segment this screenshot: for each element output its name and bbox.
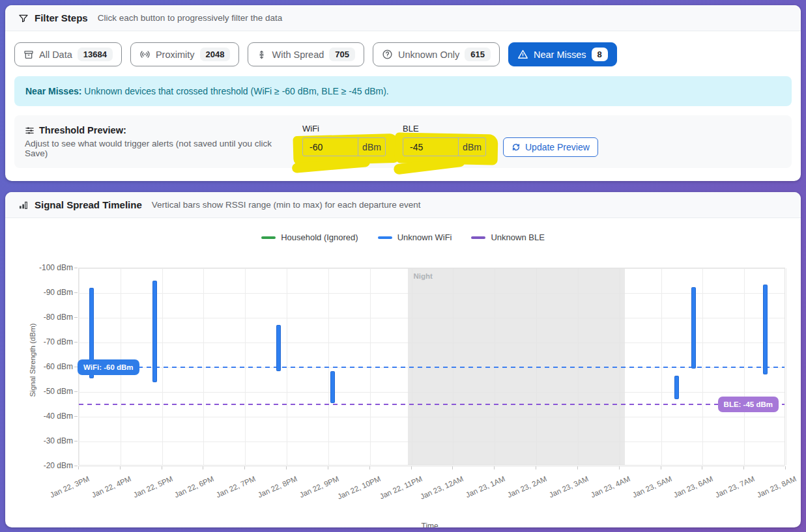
x-tick-label: Jan 22, 8PM xyxy=(257,475,298,499)
x-tick-mark xyxy=(577,466,578,469)
near-misses-button[interactable]: Near Misses 8 xyxy=(508,42,617,66)
chart-title: Signal Spread Timeline xyxy=(35,199,142,210)
gridline-v xyxy=(786,268,786,465)
threshold-title: Threshold Preview: xyxy=(39,125,126,135)
y-tick-label: -30 dBm xyxy=(25,436,73,445)
signal-bar xyxy=(691,287,696,369)
proximity-button[interactable]: Proximity 2048 xyxy=(130,42,240,66)
count-badge: 13684 xyxy=(78,48,113,61)
filter-steps-header: Filter Steps Click each button to progre… xyxy=(5,5,801,31)
legend-swatch xyxy=(261,236,276,239)
y-tick-mark xyxy=(74,391,78,392)
y-tick-mark xyxy=(74,292,78,293)
question-circle-icon xyxy=(382,49,393,60)
y-tick-label: -100 dBm xyxy=(25,263,73,272)
filter-button-label: Unknown Only xyxy=(398,49,459,60)
count-badge: 2048 xyxy=(200,48,231,61)
x-tick-mark xyxy=(702,466,702,469)
x-tick-label: Jan 22, 4PM xyxy=(91,475,132,499)
x-tick-mark xyxy=(203,466,203,469)
unknown-only-button[interactable]: Unknown Only 615 xyxy=(373,42,500,66)
wifi-input-group: dBm xyxy=(302,137,386,156)
x-tick-mark xyxy=(743,466,744,469)
update-preview-button[interactable]: Update Preview xyxy=(503,137,598,157)
threshold-preview-box: Threshold Preview: Adjust to see what wo… xyxy=(14,115,792,168)
warning-triangle-icon xyxy=(517,49,528,60)
x-tick-mark xyxy=(411,466,412,469)
y-tick-label: -50 dBm xyxy=(25,387,73,396)
wifi-field-label: WiFi xyxy=(302,124,386,133)
banner-bold-text: Near Misses: xyxy=(25,86,81,96)
update-preview-label: Update Preview xyxy=(525,142,590,152)
legend-label: Unknown WiFi xyxy=(397,232,452,242)
banner-text: Unknown devices that crossed threshold (… xyxy=(81,86,388,96)
signal-bar xyxy=(763,285,768,375)
y-tick-mark xyxy=(74,466,78,466)
x-tick-label: Jan 23, 8AM xyxy=(756,475,798,499)
gridline-h xyxy=(79,466,784,467)
count-badge: 8 xyxy=(592,48,608,61)
x-tick-mark xyxy=(369,466,370,469)
signal-bar xyxy=(276,325,281,371)
y-tick-mark xyxy=(74,317,78,318)
funnel-icon xyxy=(18,13,29,23)
x-tick-label: Jan 23, 5AM xyxy=(631,475,673,499)
x-tick-label: Jan 22, 11PM xyxy=(379,475,424,500)
night-region-label: Night xyxy=(413,272,432,280)
wifi-unit-label: dBm xyxy=(358,138,385,156)
x-tick-mark xyxy=(328,466,328,469)
filter-button-label: All Data xyxy=(39,49,72,60)
x-tick-label: Jan 22, 6PM xyxy=(173,475,215,499)
x-tick-mark xyxy=(162,466,162,469)
x-tick-label: Jan 23, 12AM xyxy=(420,475,465,501)
x-tick-mark xyxy=(661,466,661,469)
ble-threshold-field: BLE dBm xyxy=(403,124,486,156)
chart-legend: Household (Ignored)Unknown WiFiUnknown B… xyxy=(5,232,801,242)
broadcast-icon xyxy=(139,49,151,60)
x-tick-label: Jan 23, 6AM xyxy=(672,475,714,499)
ble-threshold-input[interactable] xyxy=(403,138,458,156)
filter-steps-card: Filter Steps Click each button to progre… xyxy=(5,5,801,181)
signal-spread-chart: Household (Ignored)Unknown WiFiUnknown B… xyxy=(5,218,801,526)
y-tick-mark xyxy=(74,268,78,268)
x-tick-mark xyxy=(536,466,536,469)
x-tick-mark xyxy=(494,466,495,469)
wifi-threshold-field: WiFi dBm xyxy=(302,124,386,156)
legend-item[interactable]: Unknown WiFi xyxy=(378,232,452,242)
plot-area: NightWiFi: -60 dBmBLE: -45 dBm xyxy=(78,268,785,466)
wifi-threshold-input[interactable] xyxy=(303,138,358,156)
chart-card-header: Signal Spread Timeline Vertical bars sho… xyxy=(5,192,801,218)
x-tick-label: Jan 22, 3PM xyxy=(49,475,91,499)
y-tick-mark xyxy=(74,342,78,343)
legend-item[interactable]: Household (Ignored) xyxy=(261,232,358,242)
filter-button-label: Near Misses xyxy=(534,49,586,60)
legend-label: Household (Ignored) xyxy=(281,232,358,242)
x-tick-label: Jan 22, 9PM xyxy=(298,475,340,499)
threshold-pill-ble: BLE: -45 dBm xyxy=(718,397,779,412)
ble-unit-label: dBm xyxy=(458,138,485,156)
all-data-button[interactable]: All Data 13684 xyxy=(14,42,122,66)
refresh-icon xyxy=(511,143,521,152)
x-tick-label: Jan 22, 5PM xyxy=(132,475,174,499)
with-spread-button[interactable]: With Spread 705 xyxy=(248,42,364,66)
signal-bar xyxy=(152,281,157,382)
x-tick-label: Jan 22, 10PM xyxy=(336,475,382,501)
y-tick-label: -60 dBm xyxy=(25,362,73,371)
y-tick-label: -40 dBm xyxy=(25,412,73,421)
legend-label: Unknown BLE xyxy=(491,232,544,242)
vertical-spread-icon xyxy=(257,49,266,60)
y-tick-mark xyxy=(74,441,78,441)
x-tick-label: Jan 23, 3AM xyxy=(548,475,590,499)
filter-button-label: Proximity xyxy=(156,49,195,60)
y-tick-mark xyxy=(74,416,78,417)
threshold-text-block: Threshold Preview: Adjust to see what wo… xyxy=(25,124,285,158)
archive-icon xyxy=(23,49,34,60)
near-misses-info-banner: Near Misses: Unknown devices that crosse… xyxy=(14,76,792,106)
page-title: Filter Steps xyxy=(35,12,88,23)
x-tick-mark xyxy=(78,466,79,469)
signal-bar xyxy=(330,371,335,403)
legend-item[interactable]: Unknown BLE xyxy=(471,232,544,242)
x-tick-mark xyxy=(785,466,786,469)
y-tick-label: -80 dBm xyxy=(25,313,73,322)
y-tick-label: -70 dBm xyxy=(25,337,73,346)
